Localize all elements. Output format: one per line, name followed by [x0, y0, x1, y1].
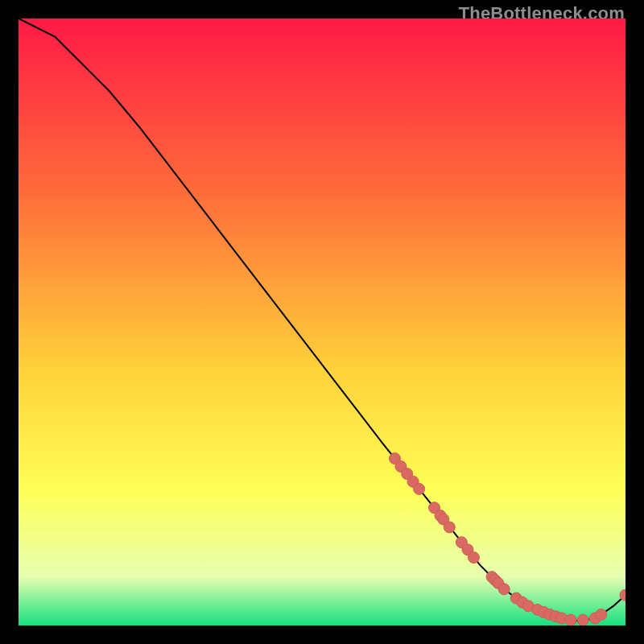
data-point — [469, 552, 480, 564]
data-point — [577, 614, 588, 625]
data-point — [498, 584, 510, 595]
bottleneck-chart — [19, 19, 625, 625]
gradient-background — [19, 19, 625, 625]
data-point — [414, 483, 425, 494]
data-point — [565, 614, 576, 625]
chart-stage: TheBottleneck.com — [0, 0, 644, 644]
data-point — [596, 609, 607, 620]
data-point — [444, 522, 455, 533]
